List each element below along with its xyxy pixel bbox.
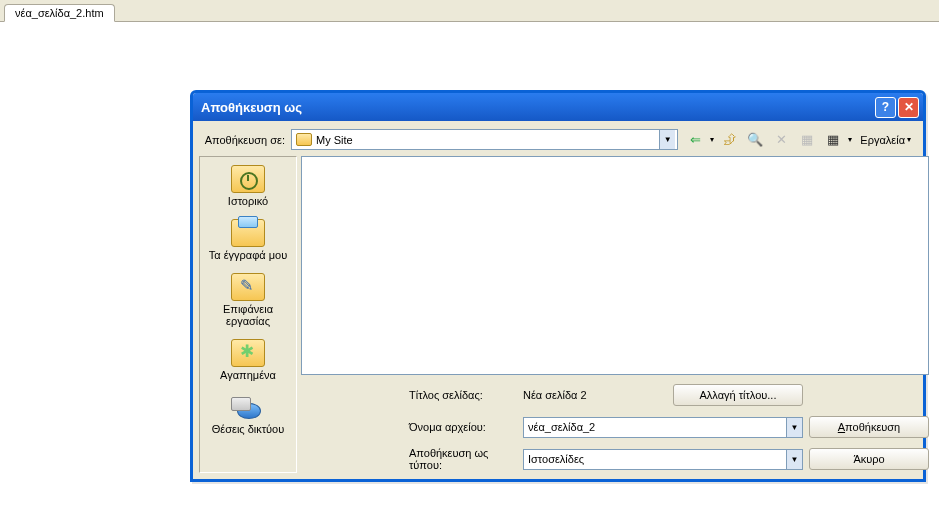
tools-label: Εργαλεία (860, 134, 905, 146)
places-bar: Ιστορικό Τα έγγραφά μου Επιφάνεια εργασί… (199, 156, 297, 473)
place-desktop-label: Επιφάνεια εργασίας (200, 303, 296, 327)
new-folder-icon[interactable]: ▦ (796, 129, 818, 150)
place-network-label: Θέσεις δικτύου (212, 423, 285, 435)
save-in-combo[interactable]: My Site ▼ (291, 129, 678, 150)
dialog-body: Αποθήκευση σε: My Site ▼ ⇐ ▾ ⮵ 🔍 ✕ ▦ ▦ ▾ (193, 121, 923, 479)
page-title-value: Νέα σελίδα 2 (523, 389, 663, 401)
savetype-combo[interactable]: Ιστοσελίδες ▼ (523, 449, 803, 470)
favorites-icon (231, 339, 265, 367)
dialog-title: Αποθήκευση ως (201, 100, 873, 115)
back-icon[interactable]: ⇐ (684, 129, 706, 150)
save-in-label: Αποθήκευση σε: (201, 134, 285, 146)
place-desktop[interactable]: Επιφάνεια εργασίας (200, 271, 296, 329)
place-network[interactable]: Θέσεις δικτύου (200, 391, 296, 437)
save-in-row: Αποθήκευση σε: My Site ▼ ⇐ ▾ ⮵ 🔍 ✕ ▦ ▦ ▾ (199, 127, 917, 156)
history-icon (231, 165, 265, 193)
savetype-value: Ιστοσελίδες (528, 453, 584, 465)
page-title-label: Τίτλος σελίδας: (407, 389, 517, 401)
filename-value: νέα_σελίδα_2 (528, 421, 595, 433)
place-favorites[interactable]: Αγαπημένα (200, 337, 296, 383)
place-mydocs-label: Τα έγγραφά μου (209, 249, 287, 261)
save-button[interactable]: Αποθήκευση (809, 416, 929, 438)
close-button[interactable]: ✕ (898, 97, 919, 118)
change-title-button[interactable]: Αλλαγή τίτλου... (673, 384, 803, 406)
file-list[interactable] (301, 156, 929, 375)
content-area: Αποθήκευση ως ? ✕ Αποθήκευση σε: My Site… (0, 22, 939, 520)
back-dropdown-icon[interactable]: ▾ (710, 135, 714, 144)
dialog-main: Ιστορικό Τα έγγραφά μου Επιφάνεια εργασί… (199, 156, 917, 473)
place-history-label: Ιστορικό (228, 195, 268, 207)
document-tab-label: νέα_σελίδα_2.htm (15, 7, 104, 19)
delete-icon: ✕ (770, 129, 792, 150)
save-in-value: My Site (316, 134, 655, 146)
up-folder-icon[interactable]: ⮵ (718, 129, 740, 150)
browse-web-icon[interactable]: 🔍 (744, 129, 766, 150)
savetype-label: Αποθήκευση ως τύπου: (407, 447, 517, 471)
place-history[interactable]: Ιστορικό (200, 163, 296, 209)
filename-dropdown-icon[interactable]: ▼ (786, 418, 802, 437)
change-title-label: Αλλαγή τίτλου... (700, 389, 777, 401)
views-dropdown-icon[interactable]: ▾ (848, 135, 852, 144)
cancel-button-label: Άκυρο (853, 453, 884, 465)
desktop-icon (231, 273, 265, 301)
cancel-button[interactable]: Άκυρο (809, 448, 929, 470)
filename-input[interactable]: νέα_σελίδα_2 ▼ (523, 417, 803, 438)
save-as-dialog: Αποθήκευση ως ? ✕ Αποθήκευση σε: My Site… (190, 90, 926, 482)
dialog-bottom: Τίτλος σελίδας: Νέα σελίδα 2 Αλλαγή τίτλ… (301, 379, 929, 473)
savetype-dropdown-icon[interactable]: ▼ (786, 450, 802, 469)
place-mydocs[interactable]: Τα έγγραφά μου (200, 217, 296, 263)
document-tab[interactable]: νέα_σελίδα_2.htm (4, 4, 115, 22)
document-tab-bar: νέα_σελίδα_2.htm (0, 0, 939, 22)
views-icon[interactable]: ▦ (822, 129, 844, 150)
place-favorites-label: Αγαπημένα (220, 369, 276, 381)
save-in-dropdown-icon[interactable]: ▼ (659, 130, 675, 149)
network-icon (231, 393, 265, 421)
filename-label: Όνομα αρχείου: (407, 421, 517, 433)
folder-icon (296, 133, 312, 146)
mydocuments-icon (231, 219, 265, 247)
dialog-titlebar: Αποθήκευση ως ? ✕ (193, 93, 923, 121)
tools-menu[interactable]: Εργαλεία (856, 129, 915, 150)
save-button-label: Αποθήκευση (838, 421, 900, 433)
save-in-toolbar: ⇐ ▾ ⮵ 🔍 ✕ ▦ ▦ ▾ Εργαλεία (684, 129, 915, 150)
help-button[interactable]: ? (875, 97, 896, 118)
